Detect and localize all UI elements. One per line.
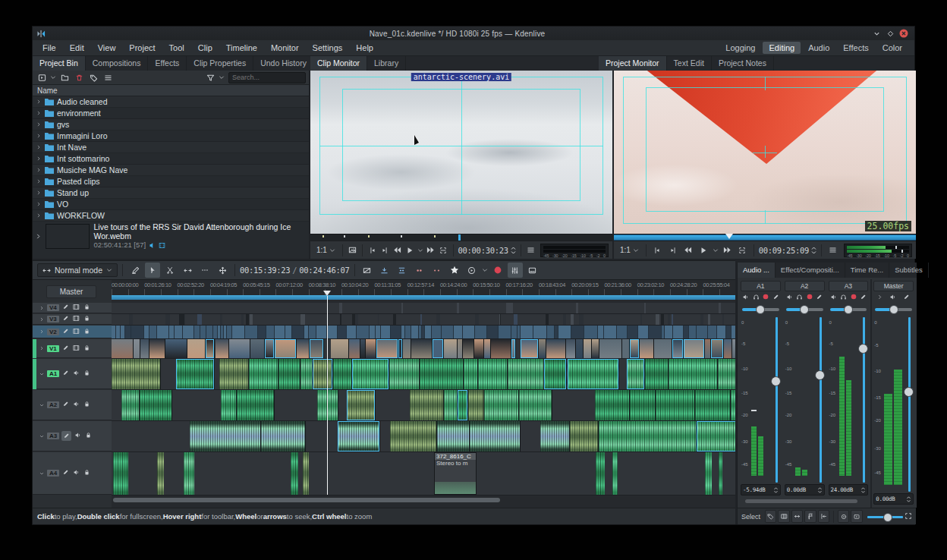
timeline-clip[interactable] [360, 339, 366, 358]
timeline-clip[interactable] [249, 359, 278, 389]
timeline-clip[interactable] [521, 339, 539, 358]
timeline-clip[interactable] [487, 326, 499, 338]
timeline-clip[interactable] [121, 390, 140, 420]
timeline-clip[interactable] [571, 326, 584, 338]
balance-slider[interactable] [875, 304, 912, 315]
timeline-clip[interactable] [246, 314, 249, 325]
project-monitor-seekbar[interactable] [614, 234, 916, 241]
timeline-clip[interactable] [511, 339, 516, 358]
timeline-clip[interactable] [357, 326, 370, 338]
project-monitor-viewport[interactable]: 25.00fps [614, 71, 916, 234]
timeline-clip[interactable] [176, 359, 215, 389]
timeline-clip[interactable] [241, 314, 244, 325]
timeline-clip[interactable] [144, 326, 150, 338]
balance-knob[interactable] [889, 305, 898, 314]
balance-knob[interactable] [844, 305, 853, 314]
fader-knob[interactable] [815, 370, 825, 380]
track-lane-a1[interactable] [112, 359, 735, 390]
monitor-timecode[interactable]: 00:09:25:09 [759, 246, 809, 255]
timeline-clip[interactable] [628, 326, 638, 338]
menu-help[interactable]: Help [349, 42, 380, 54]
timeline-clip[interactable] [200, 326, 206, 338]
timeline-clip[interactable] [425, 326, 432, 338]
timeline-clip[interactable] [140, 390, 172, 420]
timeline-clip[interactable] [668, 314, 670, 325]
menu-button[interactable] [102, 72, 114, 83]
timeline-clip[interactable] [458, 390, 468, 420]
bin-clip-row[interactable]: Live tours of the RRS Sir David Attenbor… [33, 222, 309, 250]
effects-toggle[interactable] [61, 431, 71, 441]
titlebar[interactable]: Nave_01c.kdenlive */ HD 1080i 25 fps — K… [33, 27, 914, 40]
timeline-clip[interactable] [275, 326, 285, 338]
timeline-clip[interactable] [433, 339, 444, 358]
track-lane-v4[interactable] [112, 303, 735, 314]
timeline-clip[interactable] [457, 303, 459, 313]
timeline-clip[interactable] [656, 314, 659, 325]
mixer-scrollbar[interactable] [745, 499, 857, 503]
timeline-clip[interactable] [376, 339, 398, 358]
timeline-clip[interactable] [181, 314, 184, 325]
mixer-strip-title[interactable]: Master [873, 281, 914, 291]
timeline-clip[interactable] [705, 452, 712, 495]
timeline-clip[interactable] [474, 339, 484, 358]
zoom-level-select[interactable]: 1:1 [314, 245, 338, 255]
timeline-clip[interactable] [566, 339, 576, 358]
timeline-clip[interactable] [437, 421, 470, 451]
timeline-clip[interactable] [595, 390, 631, 420]
track-header-v1[interactable]: V1 [33, 339, 112, 358]
monitor-menu-button[interactable] [826, 243, 839, 258]
selection-tool-button[interactable] [145, 263, 160, 278]
timeline-clip[interactable] [316, 326, 326, 338]
timeline-clip[interactable] [292, 326, 305, 338]
timeline-clip[interactable] [300, 359, 313, 389]
play-button[interactable] [697, 243, 709, 258]
forward-button[interactable] [721, 243, 734, 258]
timeline-clip[interactable] [499, 314, 500, 325]
strip-solo-button[interactable] [839, 293, 848, 303]
bin-folder-row[interactable]: environment [33, 108, 309, 119]
strip-solo-button[interactable] [752, 293, 760, 303]
lift-button[interactable] [429, 263, 445, 278]
zoom-fit-button[interactable] [905, 512, 912, 521]
image-overlay-button[interactable] [348, 243, 358, 258]
balance-slider[interactable] [830, 304, 867, 315]
tab-clip-monitor[interactable]: Clip Monitor [310, 56, 367, 71]
timeline-clip[interactable] [717, 326, 726, 338]
extract-button[interactable] [412, 263, 427, 278]
strip-record-button[interactable] [762, 293, 769, 302]
audio-mixer-button[interactable] [508, 263, 523, 278]
mark-out-button[interactable] [666, 243, 679, 258]
timeline-clip[interactable] [113, 452, 128, 495]
timeline-clip[interactable] [521, 326, 533, 338]
balance-knob[interactable] [800, 305, 809, 314]
strip-effects-button[interactable] [772, 293, 780, 303]
timeline-clip[interactable] [463, 339, 474, 358]
bin-folder-row[interactable]: Pasted clips [33, 176, 309, 187]
timeline-clip[interactable] [261, 421, 305, 451]
bin-folder-row[interactable]: VO [33, 199, 309, 210]
create-folder-button[interactable] [58, 72, 71, 83]
strip-mute-button[interactable] [829, 293, 838, 303]
timeline-clip[interactable] [327, 326, 338, 338]
workspace-audio[interactable]: Audio [802, 42, 835, 54]
timeline-clip[interactable] [349, 339, 360, 358]
timeline-clip[interactable] [221, 390, 237, 420]
timeline-clip[interactable] [579, 314, 584, 325]
timeline-clip[interactable] [206, 339, 216, 358]
timeline-clip[interactable] [708, 326, 718, 338]
timeline-clip[interactable] [464, 359, 478, 389]
zoom-knob[interactable] [883, 513, 892, 522]
track-lane-a3[interactable] [112, 421, 735, 452]
timeline-clip[interactable] [149, 326, 157, 338]
timeline-clip[interactable] [436, 314, 440, 325]
volume-fader[interactable] [776, 317, 778, 483]
timeline-clip[interactable] [630, 339, 640, 358]
favorites-button[interactable] [447, 263, 462, 278]
bin-folder-row[interactable]: Stand up [33, 187, 309, 199]
menu-edit[interactable]: Edit [63, 42, 91, 54]
razor-tool-button[interactable] [162, 263, 178, 278]
timeline-clip[interactable] [672, 314, 673, 325]
clip-monitor-seekbar[interactable] [310, 234, 612, 241]
timeline-clip[interactable] [219, 359, 249, 389]
track-lane-v2[interactable] [112, 326, 735, 339]
